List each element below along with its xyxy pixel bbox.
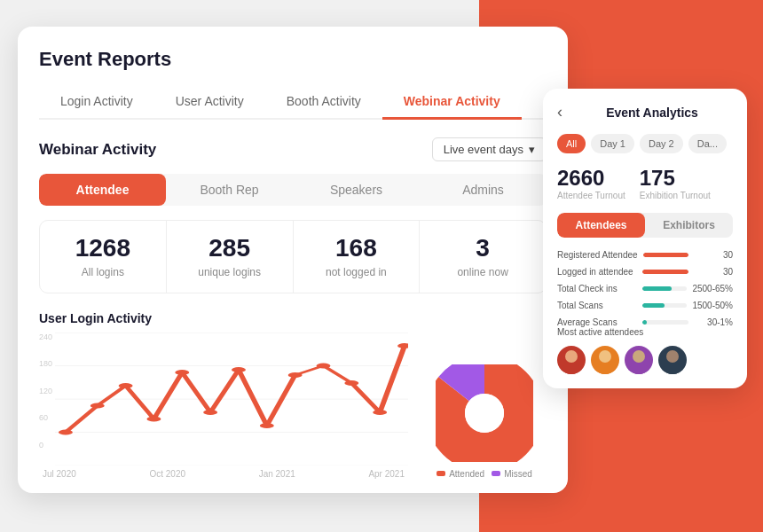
filter-attendee[interactable]: Attendee (39, 174, 166, 206)
stat-value-scans: 1500-50% (692, 301, 733, 310)
stat-all-logins: 1268 All logins (40, 221, 167, 293)
avatar (625, 346, 653, 374)
stat-bar-wrap (643, 253, 688, 257)
avatar-img (625, 346, 653, 374)
tab-booth-activity[interactable]: Booth Activity (265, 85, 382, 120)
pie-legend: Attended Missed (437, 469, 532, 479)
day-tabs: All Day 1 Day 2 Da... (557, 134, 733, 153)
pie-chart-svg (436, 364, 533, 462)
svg-point-6 (90, 403, 105, 408)
tab-user-activity[interactable]: User Activity (154, 85, 265, 120)
line-chart-svg (55, 332, 408, 466)
stat-label-registered: Registered Attendee (557, 250, 638, 260)
line-chart-container: User Login Activity 240 180 120 60 0 (39, 311, 408, 479)
day-tab-2[interactable]: Day 2 (640, 134, 683, 153)
filter-admins[interactable]: Admins (420, 174, 547, 206)
stat-label-online: online now (429, 266, 537, 278)
stat-bar-checkins (642, 286, 672, 291)
y-axis-labels: 240 180 120 60 0 (39, 332, 52, 450)
back-button[interactable]: ‹ (557, 103, 562, 121)
stat-value-registered: 30 (694, 250, 733, 260)
toggle-row: Attendees Exhibitors (557, 213, 733, 238)
attendee-turnout: 2660 Attendee Turnout (557, 166, 625, 200)
svg-point-13 (288, 372, 303, 378)
avatars-row (557, 346, 733, 374)
toggle-exhibitors[interactable]: Exhibitors (645, 213, 733, 238)
stat-bar-wrap (642, 286, 687, 291)
card-title: Event Reports (39, 48, 547, 71)
svg-point-27 (666, 350, 679, 363)
legend-missed: Missed (492, 469, 532, 479)
stat-bar-wrap (642, 320, 688, 325)
svg-point-5 (59, 429, 73, 434)
svg-point-20 (465, 394, 504, 433)
stat-label-not-logged: not logged in (303, 266, 411, 278)
live-event-days-dropdown[interactable]: Live event days ▾ (432, 137, 547, 161)
stat-value-unique: 285 (176, 235, 284, 262)
svg-point-15 (344, 380, 358, 386)
stats-row: 1268 All logins 285 unique logins 168 no… (39, 220, 547, 293)
stat-label-scans: Total Scans (557, 301, 637, 310)
stat-bar-wrap (642, 270, 688, 274)
stat-value-logins: 1268 (49, 235, 157, 262)
svg-point-26 (628, 364, 649, 374)
avatar (557, 346, 586, 374)
list-item: Registered Attendee 30 (557, 250, 733, 260)
filter-row: Attendee Booth Rep Speakers Admins (39, 174, 547, 206)
list-item: Logged in attendee 30 (557, 267, 733, 277)
chevron-down-icon: ▾ (529, 143, 535, 156)
main-card: Event Reports Login Activity User Activi… (18, 27, 568, 493)
svg-point-14 (317, 363, 331, 368)
tab-bar: Login Activity User Activity Booth Activ… (39, 85, 547, 120)
analytics-card: ‹ Event Analytics All Day 1 Day 2 Da... … (543, 89, 747, 388)
turnout-row: 2660 Attendee Turnout 175 Exhibition Tur… (557, 166, 733, 200)
svg-point-10 (203, 410, 217, 415)
stat-label-logins: All logins (49, 266, 157, 278)
stat-value-loggedin: 30 (694, 267, 733, 277)
list-item: Total Scans 1500-50% (557, 301, 733, 310)
chart-area: User Login Activity 240 180 120 60 0 (39, 311, 547, 479)
filter-speakers[interactable]: Speakers (293, 174, 420, 206)
svg-point-16 (373, 410, 387, 415)
stat-bar-registered (643, 253, 688, 257)
day-tab-3[interactable]: Da... (688, 134, 727, 153)
stat-bar-wrap (642, 303, 687, 308)
day-tab-1[interactable]: Day 1 (591, 134, 634, 153)
day-tab-all[interactable]: All (557, 134, 586, 153)
avatar-img (658, 346, 687, 374)
svg-point-25 (633, 350, 645, 363)
section-header: Webinar Activity Live event days ▾ (39, 137, 547, 161)
svg-point-28 (662, 364, 683, 374)
svg-point-8 (146, 416, 161, 421)
filter-booth-rep[interactable]: Booth Rep (166, 174, 293, 206)
legend-dot-purple (492, 471, 500, 476)
stat-label-checkins: Total Check ins (557, 284, 637, 293)
attendee-turnout-value: 2660 (557, 166, 625, 191)
svg-point-9 (175, 370, 189, 375)
stat-list: Registered Attendee 30 Logged in attende… (557, 250, 733, 327)
pie-chart (436, 364, 533, 462)
stat-bar-scans (642, 303, 665, 308)
svg-point-22 (561, 364, 582, 374)
stat-bar-avg-scans (642, 320, 647, 325)
tab-login-activity[interactable]: Login Activity (39, 85, 154, 120)
analytics-title: Event Analytics (571, 106, 733, 120)
svg-point-7 (119, 383, 133, 388)
svg-point-17 (397, 343, 408, 348)
list-item: Total Check ins 2500-65% (557, 284, 733, 293)
line-chart: 240 180 120 60 0 (39, 332, 408, 466)
chart-subtitle: User Login Activity (39, 311, 408, 325)
most-active-label: Most active attendees (557, 327, 733, 337)
stat-value-online: 3 (429, 235, 537, 262)
x-axis-labels: Jul 2020 Oct 2020 Jan 2021 Apr 2021 (39, 469, 408, 479)
attendee-turnout-label: Attendee Turnout (557, 191, 625, 200)
tab-webinar-activity[interactable]: Webinar Activity (382, 85, 522, 120)
svg-point-24 (594, 364, 616, 374)
legend-attended: Attended (437, 469, 484, 479)
exhibition-turnout-label: Exhibition Turnout (640, 191, 711, 200)
stat-value-avg-scans: 30-1% (694, 317, 733, 327)
toggle-attendees[interactable]: Attendees (557, 213, 645, 238)
stat-label-avg-scans: Average Scans (557, 317, 637, 327)
svg-point-23 (599, 350, 611, 363)
avatar (658, 346, 687, 374)
